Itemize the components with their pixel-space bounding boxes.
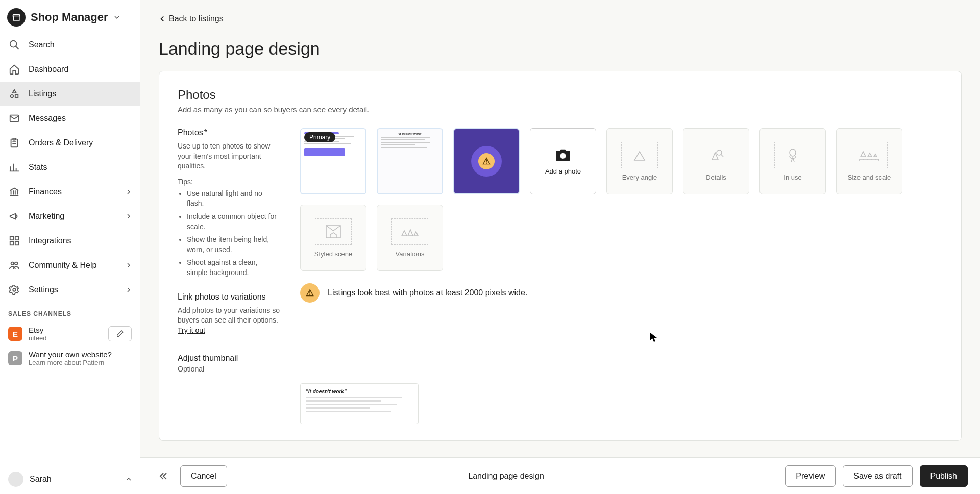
add-photo-button[interactable]: Add a photo bbox=[530, 128, 596, 194]
edit-channel-button[interactable] bbox=[108, 326, 132, 341]
sidebar-item-integrations[interactable]: Integrations bbox=[0, 229, 140, 253]
svg-rect-6 bbox=[10, 237, 13, 240]
chevron-right-icon bbox=[126, 213, 132, 219]
adjust-thumbnail-optional: Optional bbox=[178, 365, 280, 373]
sidebar-nav: Search Dashboard Listings Messages Order… bbox=[0, 33, 140, 464]
tip-item: Show the item being held, worn, or used. bbox=[187, 235, 280, 255]
try-it-out-link[interactable]: Try it out bbox=[178, 326, 205, 334]
user-name: Sarah bbox=[30, 475, 119, 484]
sidebar-item-finances[interactable]: Finances bbox=[0, 180, 140, 204]
sidebar-item-label: Community & Help bbox=[29, 261, 96, 270]
photo-placeholder-every-angle[interactable]: Every angle bbox=[606, 128, 673, 194]
svg-rect-8 bbox=[10, 242, 13, 245]
photo-placeholder-size-scale[interactable]: Size and scale bbox=[836, 128, 902, 194]
in-use-icon bbox=[774, 142, 811, 168]
channel-name: Want your own website? bbox=[29, 350, 132, 359]
chevron-right-icon bbox=[126, 287, 132, 293]
sidebar-item-stats[interactable]: Stats bbox=[0, 155, 140, 180]
app-title: Shop Manager bbox=[31, 11, 108, 24]
add-photo-label: Add a photo bbox=[545, 167, 581, 175]
collapse-sidebar-button[interactable] bbox=[153, 471, 173, 481]
sidebar-item-label: Stats bbox=[29, 163, 47, 172]
sidebar-item-marketing[interactable]: Marketing bbox=[0, 204, 140, 229]
svg-rect-9 bbox=[15, 242, 18, 245]
tip-item: Shoot against a clean, simple background… bbox=[187, 258, 280, 278]
main-content: Back to listings Landing page design Pho… bbox=[140, 0, 980, 494]
primary-tag: Primary bbox=[304, 132, 335, 142]
sidebar-item-orders[interactable]: Orders & Delivery bbox=[0, 131, 140, 155]
svg-point-10 bbox=[11, 262, 14, 265]
publish-button[interactable]: Publish bbox=[920, 465, 968, 487]
channel-pattern[interactable]: P Want your own website? Learn more abou… bbox=[0, 346, 140, 370]
photo-slot-3[interactable]: ⚠ bbox=[453, 128, 520, 194]
photos-field-desc: Use up to ten photos to show your item's… bbox=[178, 141, 280, 171]
stats-icon bbox=[8, 161, 20, 174]
sidebar-item-search[interactable]: Search bbox=[0, 33, 140, 57]
svg-point-12 bbox=[13, 288, 16, 291]
angle-icon bbox=[621, 142, 658, 168]
svg-rect-2 bbox=[15, 95, 18, 98]
svg-point-0 bbox=[10, 41, 17, 47]
channel-sub: uifeed bbox=[29, 334, 102, 342]
preview-button[interactable]: Preview bbox=[785, 465, 836, 487]
svg-point-1 bbox=[11, 95, 14, 98]
sidebar-item-listings[interactable]: Listings bbox=[0, 82, 140, 106]
svg-point-11 bbox=[15, 262, 17, 265]
page-title: Landing page design bbox=[159, 39, 962, 59]
sidebar-item-dashboard[interactable]: Dashboard bbox=[0, 57, 140, 82]
gear-icon bbox=[8, 284, 20, 296]
footer-bar: Cancel Landing page design Preview Save … bbox=[140, 457, 980, 494]
pencil-icon bbox=[116, 330, 124, 338]
variations-icon bbox=[391, 218, 428, 245]
sidebar-item-label: Marketing bbox=[29, 212, 64, 221]
photos-card-subtitle: Add as many as you can so buyers can see… bbox=[178, 105, 943, 114]
channel-etsy[interactable]: E Etsy uifeed bbox=[0, 322, 140, 346]
shapes-icon bbox=[8, 88, 20, 100]
photo-placeholder-in-use[interactable]: In use bbox=[760, 128, 826, 194]
photo-placeholder-styled-scene[interactable]: Styled scene bbox=[300, 205, 366, 271]
photos-field-heading: Photos * bbox=[178, 128, 280, 137]
pattern-badge-icon: P bbox=[8, 351, 22, 365]
sidebar-item-label: Finances bbox=[29, 187, 62, 196]
thumbnail-preview[interactable]: "It doesn't work" bbox=[300, 383, 419, 424]
photo-placeholder-variations[interactable]: Variations bbox=[377, 205, 443, 271]
photos-card: Photos Add as many as you can so buyers … bbox=[159, 71, 962, 441]
sidebar: Shop Manager Search Dashboard Listings M… bbox=[0, 0, 140, 494]
channel-name: Etsy bbox=[29, 326, 102, 334]
sidebar-item-label: Messages bbox=[29, 114, 66, 123]
tips-label: Tips: bbox=[178, 178, 280, 186]
shop-manager-logon-icon bbox=[7, 8, 26, 27]
community-icon bbox=[8, 259, 20, 271]
link-photos-desc: Add photos to your variations so buyers … bbox=[178, 306, 280, 336]
sidebar-header[interactable]: Shop Manager bbox=[0, 0, 140, 33]
camera-icon bbox=[554, 148, 572, 162]
chevron-right-icon bbox=[126, 189, 132, 195]
etsy-badge-icon: E bbox=[8, 327, 22, 341]
save-draft-button[interactable]: Save as draft bbox=[843, 465, 912, 487]
svg-rect-7 bbox=[15, 237, 18, 240]
chevron-up-icon bbox=[126, 476, 132, 482]
chevron-right-icon bbox=[126, 262, 132, 268]
photo-slot-primary[interactable]: Primary bbox=[300, 128, 366, 194]
bank-icon bbox=[8, 186, 20, 198]
avatar bbox=[8, 472, 23, 487]
chevron-left-icon bbox=[159, 15, 166, 22]
sales-channels-heading: SALES CHANNELS bbox=[0, 302, 140, 322]
sidebar-footer[interactable]: Sarah bbox=[0, 464, 140, 494]
sidebar-item-messages[interactable]: Messages bbox=[0, 106, 140, 131]
megaphone-icon bbox=[8, 210, 20, 223]
svg-point-15 bbox=[790, 149, 796, 156]
back-to-listings-link[interactable]: Back to listings bbox=[159, 14, 224, 23]
apps-icon bbox=[8, 235, 20, 247]
photo-slot-2[interactable]: "It doesn't work" bbox=[377, 128, 443, 194]
details-icon bbox=[698, 142, 734, 168]
photo-size-warning: ⚠ Listings look best with photos at leas… bbox=[300, 283, 943, 303]
mail-icon bbox=[8, 112, 20, 125]
sidebar-item-settings[interactable]: Settings bbox=[0, 278, 140, 302]
sidebar-item-community[interactable]: Community & Help bbox=[0, 253, 140, 278]
cancel-button[interactable]: Cancel bbox=[180, 465, 227, 487]
sidebar-item-label: Listings bbox=[29, 89, 56, 98]
search-icon bbox=[8, 39, 20, 51]
photo-placeholder-details[interactable]: Details bbox=[683, 128, 749, 194]
photos-card-title: Photos bbox=[178, 88, 943, 102]
